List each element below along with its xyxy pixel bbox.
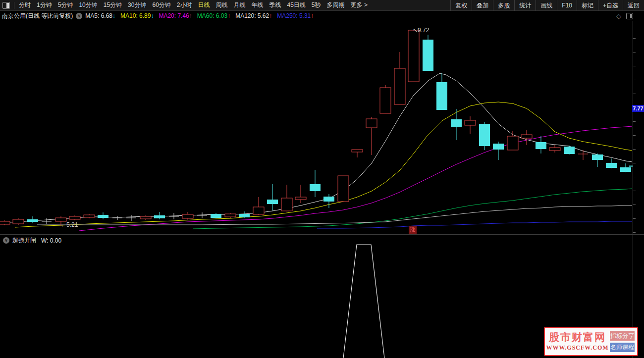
- candle-body-down: [154, 215, 165, 218]
- indicator-value: W: 0.00: [41, 237, 61, 244]
- candle-body-up: [55, 218, 66, 221]
- candle-body-up: [338, 176, 349, 202]
- candle-body-down: [536, 142, 546, 149]
- candle-body-up: [521, 135, 532, 138]
- app-window: 分时1分钟5分钟10分钟15分钟30分钟60分钟2小时日线周线月线年线季线45日…: [0, 0, 644, 358]
- candle-body-up: [225, 214, 236, 217]
- candle-body-up: [549, 148, 560, 151]
- high-price-label: ↖9.72: [413, 27, 429, 34]
- ma10-line: [15, 102, 632, 227]
- watermark-url: WWW.GSCFW.COM: [545, 345, 610, 351]
- candle-body-up: [295, 197, 306, 200]
- candlestick-series: [0, 30, 631, 226]
- rise-event-marker: 涨: [409, 226, 417, 234]
- ma120-line: [37, 205, 632, 225]
- low-price-label: ←5.21: [60, 221, 78, 228]
- candle-body-down: [436, 82, 447, 110]
- candle-body-down: [592, 154, 603, 160]
- watermark-title: 股市财富网: [545, 332, 610, 343]
- candle-body-up: [281, 198, 292, 211]
- candle-body-down: [620, 167, 631, 172]
- candle-body-up: [253, 207, 264, 214]
- candle-body-up: [380, 88, 391, 113]
- candle-body-down: [564, 147, 575, 154]
- candle-body-up: [182, 214, 193, 218]
- candle-body-down: [98, 215, 108, 218]
- candle-body-up: [394, 68, 405, 104]
- candle-body-down: [27, 219, 38, 222]
- chart-canvas[interactable]: [0, 0, 644, 358]
- candle-body-up: [352, 150, 363, 152]
- watermark-box: 股市财富网 WWW.GSCFW.COM 指标分享 名师课程: [544, 327, 638, 356]
- ma20-line: [79, 126, 632, 231]
- right-axis-price-badge: 7.77: [632, 105, 644, 112]
- candle-body-down: [323, 197, 334, 202]
- candle-body-down: [239, 214, 250, 217]
- watermark-badge-2: 名师课程: [610, 343, 635, 352]
- candle-body-down: [267, 200, 278, 204]
- candle-body-down: [423, 40, 433, 71]
- watermark-badge-1: 指标分享: [610, 331, 635, 341]
- collapse-indicator-icon[interactable]: ∨: [3, 237, 9, 244]
- indicator-name: 超强开闸: [12, 236, 36, 245]
- candle-body-up: [0, 221, 10, 224]
- candle-body-down: [479, 124, 490, 146]
- indicator-spike-shape: [343, 245, 384, 358]
- candle-body-up: [366, 119, 377, 128]
- candle-body-up: [408, 30, 419, 82]
- candle-body-up: [13, 219, 24, 224]
- candle-body-up: [507, 136, 518, 150]
- candle-body-down: [493, 144, 504, 150]
- indicator-header: ∨ 超强开闸 W: 0.00: [2, 236, 61, 245]
- candle-body-down: [606, 163, 617, 168]
- candle-body-up: [69, 216, 80, 219]
- candle-body-down: [310, 184, 321, 191]
- candle-body-up: [465, 120, 476, 125]
- candle-body-up: [140, 216, 151, 219]
- candle-body-down: [451, 119, 462, 127]
- candle-body-up: [84, 215, 95, 217]
- candle-body-down: [211, 214, 221, 218]
